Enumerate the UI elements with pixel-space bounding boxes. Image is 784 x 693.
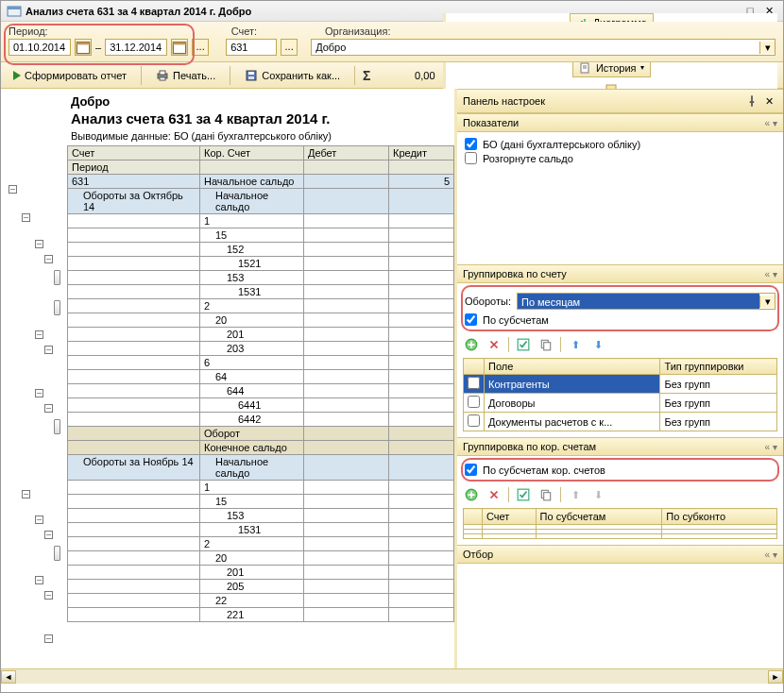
tree-slider[interactable]: [54, 270, 60, 285]
group-type[interactable]: Без групп: [660, 375, 777, 394]
group-field[interactable]: Контрагенты: [485, 375, 660, 394]
group-kor-header[interactable]: Группировка по кор. счетам «▾: [457, 437, 783, 456]
chevron-down-icon[interactable]: ▾: [773, 118, 777, 128]
cell-credit: [389, 441, 454, 455]
print-button[interactable]: Печать...: [149, 66, 222, 85]
bo-checkbox[interactable]: БО (дані бухгалтерського обліку): [465, 138, 775, 150]
svg-rect-30: [544, 493, 551, 500]
form-report-button[interactable]: Сформировать отчет: [7, 67, 133, 84]
tree-collapse-icon[interactable]: –: [22, 213, 30, 222]
sigma-icon[interactable]: Σ: [363, 68, 370, 83]
subaccounts-checkbox[interactable]: По субсчетам: [465, 313, 775, 326]
group-field[interactable]: Документы расчетов с к...: [485, 413, 660, 431]
pin-icon[interactable]: [743, 93, 760, 110]
tree-gutter: ––––––––––––––: [1, 89, 67, 668]
checkall-icon[interactable]: [515, 336, 532, 353]
movedown-icon[interactable]: ⬇: [589, 336, 606, 353]
tree-collapse-icon[interactable]: –: [44, 255, 53, 263]
date-separator: –: [95, 42, 101, 53]
app-icon: [7, 4, 22, 19]
cell-kor: 20: [200, 551, 304, 566]
tree-collapse-icon[interactable]: –: [35, 576, 43, 584]
tree-collapse-icon[interactable]: –: [44, 634, 53, 643]
add-icon[interactable]: [463, 336, 480, 353]
tree-slider[interactable]: [54, 546, 60, 561]
remove-kor-icon[interactable]: [486, 486, 503, 503]
cell-account: [68, 257, 200, 271]
calendar-to-icon[interactable]: [171, 39, 188, 56]
cell-account: Обороты за Октябрь 14: [68, 189, 200, 214]
tree-slider[interactable]: [54, 300, 60, 315]
subaccounts-kor-checkbox[interactable]: По субсчетам кор. счетов: [465, 464, 775, 476]
tree-collapse-icon[interactable]: –: [35, 389, 43, 397]
cell-kor: Конечное сальдо: [200, 441, 304, 455]
cell-account: [68, 214, 200, 228]
date-from-input[interactable]: [9, 39, 71, 56]
save-button[interactable]: Сохранить как...: [238, 66, 347, 85]
tree-collapse-icon[interactable]: –: [35, 330, 43, 339]
indicators-header[interactable]: Показатели « ▾: [457, 113, 783, 132]
tree-collapse-icon[interactable]: –: [35, 240, 43, 248]
report-org: Добро: [71, 94, 451, 109]
cell-debit: [304, 175, 389, 189]
cell-credit: [389, 285, 454, 299]
cell-kor: Начальное сальдо: [200, 189, 304, 214]
cell-account: [68, 580, 200, 594]
dropdown-icon[interactable]: ▾: [759, 296, 775, 308]
cell-account: [68, 566, 200, 580]
cell-credit: [389, 427, 454, 441]
group-type[interactable]: Без групп: [660, 394, 777, 413]
main-area: –––––––––––––– Добро Анализ счета 631 за…: [1, 89, 783, 668]
add-kor-icon[interactable]: [463, 486, 480, 503]
cell-debit: [304, 271, 389, 285]
cell-debit: [304, 594, 389, 608]
account-label: Счет:: [231, 25, 257, 37]
turnover-select[interactable]: По месяцам ▾: [517, 293, 775, 310]
chevron-left-icon[interactable]: «: [764, 118, 770, 128]
copy-icon[interactable]: [537, 336, 554, 353]
cell-debit: [304, 566, 389, 580]
close-panel-icon[interactable]: ✕: [760, 93, 777, 110]
cell-credit: [389, 580, 454, 594]
moveup-icon[interactable]: ⬆: [567, 336, 584, 353]
svg-rect-3: [77, 42, 89, 45]
cell-debit: [304, 398, 389, 413]
cell-debit: [304, 441, 389, 455]
tree-collapse-icon[interactable]: –: [44, 531, 53, 539]
tree-collapse-icon[interactable]: –: [9, 185, 17, 194]
cell-kor: Начальное сальдо: [200, 455, 304, 481]
cell-credit: [389, 313, 454, 328]
cell-credit: [389, 214, 454, 228]
expand-checkbox[interactable]: Розгорнуте сальдо: [465, 152, 775, 164]
period-label: Период:: [9, 25, 48, 37]
tree-collapse-icon[interactable]: –: [35, 516, 43, 524]
cell-credit: [389, 566, 454, 580]
cell-kor: 153: [200, 509, 304, 523]
cell-debit: [304, 384, 389, 398]
period-picker-button[interactable]: ...: [192, 39, 209, 56]
org-dropdown-icon[interactable]: ▾: [759, 42, 775, 54]
cell-debit: [304, 427, 389, 441]
tree-slider[interactable]: [54, 419, 60, 434]
col-period: Период: [68, 161, 200, 175]
account-picker-button[interactable]: ...: [281, 39, 298, 56]
account-input[interactable]: [226, 39, 277, 56]
cell-kor: 644: [200, 384, 304, 398]
cell-account: [68, 413, 200, 427]
tree-collapse-icon[interactable]: –: [44, 346, 53, 354]
tree-collapse-icon[interactable]: –: [44, 591, 53, 600]
group-type[interactable]: Без групп: [660, 413, 777, 431]
filter-header[interactable]: Отбор «▾: [457, 545, 783, 564]
tree-collapse-icon[interactable]: –: [44, 404, 53, 413]
cell-account: [68, 243, 200, 257]
org-input[interactable]: Добро: [312, 42, 759, 53]
date-to-input[interactable]: [105, 39, 167, 56]
horizontal-scrollbar[interactable]: ◄►: [1, 668, 783, 684]
group-account-header[interactable]: Группировка по счету «▾: [457, 264, 783, 283]
calendar-from-icon[interactable]: [75, 39, 92, 56]
cell-credit: [389, 608, 454, 622]
group-field[interactable]: Договоры: [485, 394, 660, 413]
cell-kor: 2: [200, 537, 304, 551]
tree-collapse-icon[interactable]: –: [22, 490, 30, 499]
remove-icon[interactable]: [486, 336, 503, 353]
